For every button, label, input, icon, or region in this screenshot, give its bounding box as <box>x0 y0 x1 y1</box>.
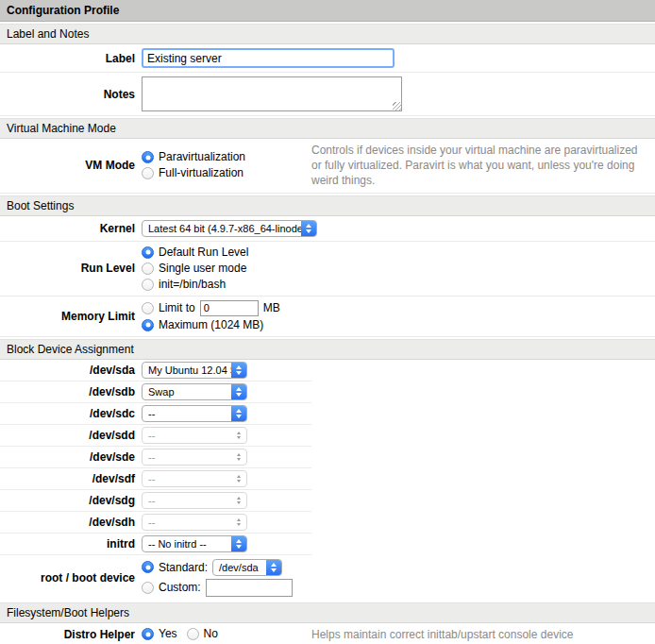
root-device-select[interactable]: /dev/sda <box>212 559 282 576</box>
section-header-filesystem-boot-helpers: Filesystem/Boot Helpers <box>0 602 655 623</box>
kernel-select-value: Latest 64 bit (4.9.7-x86_64-linode80) <box>143 221 301 236</box>
memory-limit-option-maximum[interactable]: Maximum (1024 MB) <box>142 318 655 332</box>
device-sdc-select[interactable]: -- <box>142 405 247 422</box>
select-arrows-icon <box>231 428 246 443</box>
resize-handle-icon[interactable] <box>393 102 401 110</box>
block-device-row-sde: /dev/sde -- <box>0 447 311 468</box>
vm-mode-row: VM Mode Paravirtualization Full-virtuali… <box>0 139 655 194</box>
device-label: /dev/sdd <box>0 429 142 442</box>
device-select-value: -- <box>143 493 231 508</box>
device-sdd-select: -- <box>142 427 247 444</box>
notes-row: Notes <box>0 73 655 116</box>
device-sde-select: -- <box>142 449 247 466</box>
run-level-option-default[interactable]: Default Run Level <box>142 246 655 260</box>
radio-selected-icon <box>142 628 154 640</box>
radio-option-label: Default Run Level <box>159 246 248 260</box>
no-label: No <box>204 627 218 641</box>
select-arrows-icon <box>231 536 246 551</box>
device-label: /dev/sdh <box>0 516 142 529</box>
device-label: /dev/sda <box>0 364 142 377</box>
select-arrows-icon <box>231 363 246 378</box>
device-sda-select[interactable]: My Ubuntu 12.04 Server <box>142 362 247 379</box>
notes-field-label: Notes <box>0 88 142 101</box>
device-label: /dev/sde <box>0 450 142 464</box>
memory-unit-label: MB <box>263 301 280 315</box>
label-input[interactable] <box>142 48 395 68</box>
radio-selected-icon <box>142 319 154 331</box>
run-level-row: Run Level Default Run Level Single user … <box>0 242 655 297</box>
root-boot-standard-option[interactable]: Standard: /dev/sda <box>142 559 293 576</box>
device-sdf-select: -- <box>142 470 247 487</box>
radio-unselected-icon <box>142 302 154 314</box>
radio-option-label: Paravirtualization <box>159 150 245 164</box>
run-level-option-single-user[interactable]: Single user mode <box>142 262 655 276</box>
initrd-select[interactable]: -- No initrd -- <box>142 535 247 552</box>
device-select-value: -- <box>143 428 231 443</box>
memory-limit-input[interactable] <box>200 300 259 316</box>
section-header-virtual-machine-mode: Virtual Machine Mode <box>0 118 655 139</box>
run-level-label: Run Level <box>0 262 142 275</box>
select-arrows-icon <box>231 471 246 486</box>
vm-mode-option-full-virtualization[interactable]: Full-virtualization <box>142 166 311 180</box>
device-sdg-select: -- <box>142 492 247 509</box>
radio-unselected-icon <box>142 263 154 275</box>
helper-help-text: Helps maintain correct inittab/upstart c… <box>311 627 655 642</box>
device-select-value: -- <box>143 471 231 486</box>
block-device-row-sda: /dev/sda My Ubuntu 12.04 Server <box>0 360 311 381</box>
device-select-value: Swap <box>143 384 231 399</box>
device-select-value: -- <box>143 449 231 465</box>
section-header-boot-settings: Boot Settings <box>0 195 655 216</box>
distro-helper-row: Distro Helper Yes No Helps maintain corr… <box>0 623 655 644</box>
standard-label: Standard: <box>159 561 208 574</box>
radio-unselected-icon <box>187 628 199 640</box>
memory-limit-option-limit-to[interactable]: Limit to MB <box>142 300 655 316</box>
vm-mode-label: VM Mode <box>0 159 142 172</box>
label-row: Label <box>0 44 655 73</box>
device-label: /dev/sdg <box>0 494 142 507</box>
radio-unselected-icon <box>142 167 154 179</box>
vm-mode-help-text: Controls if devices inside your virtual … <box>311 143 655 189</box>
section-header-label-and-notes: Label and Notes <box>0 24 655 44</box>
kernel-label: Kernel <box>0 222 142 235</box>
custom-root-device-input[interactable] <box>206 579 293 597</box>
select-arrows-icon <box>301 221 316 236</box>
vm-mode-option-paravirtualization[interactable]: Paravirtualization <box>142 150 311 164</box>
device-label: /dev/sdc <box>0 407 142 420</box>
root-boot-custom-option[interactable]: Custom: <box>142 579 293 597</box>
block-device-row-sdh: /dev/sdh -- <box>0 512 311 534</box>
radio-option-label: Single user mode <box>159 262 246 276</box>
memory-limit-row: Memory Limit Limit to MB Maximum (1024 M… <box>0 297 655 337</box>
device-label: /dev/sdb <box>0 385 142 398</box>
helper-label: Distro Helper <box>0 628 142 641</box>
device-sdb-select[interactable]: Swap <box>142 383 247 400</box>
device-label: initrd <box>0 537 142 551</box>
device-select-value: -- No initrd -- <box>143 536 231 551</box>
distro-helper-no-option[interactable]: No <box>187 627 218 641</box>
block-device-row-sdc: /dev/sdc -- <box>0 403 311 425</box>
radio-unselected-icon <box>142 279 154 291</box>
block-device-row-sdg: /dev/sdg -- <box>0 490 311 512</box>
memory-limit-label: Memory Limit <box>0 310 142 323</box>
section-header-block-device-assignment: Block Device Assignment <box>0 339 655 360</box>
block-device-row-sdf: /dev/sdf -- <box>0 468 311 490</box>
yes-label: Yes <box>159 627 177 641</box>
block-device-row-sdb: /dev/sdb Swap <box>0 381 311 403</box>
device-select-value: -- <box>143 406 231 421</box>
root-boot-device-label: root / boot device <box>0 571 142 585</box>
radio-selected-icon <box>142 246 154 259</box>
device-select-value: -- <box>143 515 231 530</box>
select-arrows-icon <box>266 560 281 575</box>
device-label: /dev/sdf <box>0 472 142 485</box>
select-arrows-icon <box>231 515 246 530</box>
kernel-select[interactable]: Latest 64 bit (4.9.7-x86_64-linode80) <box>142 220 317 237</box>
root-device-select-value: /dev/sda <box>213 560 266 575</box>
run-level-option-init-bin-bash[interactable]: init=/bin/bash <box>142 278 655 292</box>
distro-helper-yes-option[interactable]: Yes <box>142 627 177 641</box>
root-boot-device-row: root / boot device Standard: /dev/sda Cu… <box>0 555 311 601</box>
select-arrows-icon <box>231 406 246 421</box>
custom-label: Custom: <box>159 581 201 594</box>
configuration-profile-page: Configuration Profile Label and Notes La… <box>0 0 655 644</box>
radio-selected-icon <box>142 561 154 573</box>
device-sdh-select: -- <box>142 514 247 531</box>
notes-textarea[interactable] <box>142 76 402 111</box>
